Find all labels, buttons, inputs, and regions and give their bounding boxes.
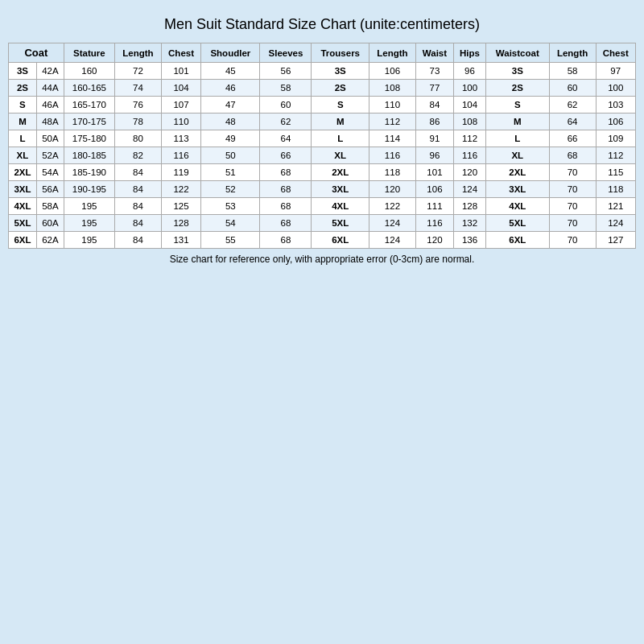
row-8-waistcoat-size: 4XL: [485, 198, 549, 215]
row-6-coat-length: 84: [114, 164, 161, 181]
row-5-waistcoat-size: XL: [485, 147, 549, 164]
stature-header: Stature: [64, 43, 114, 63]
row-10-w-chest: 127: [596, 232, 635, 249]
row-2-coat-length: 76: [114, 97, 161, 114]
row-1-trousers-length: 108: [369, 80, 416, 97]
waistcoat-header: Waistcoat: [485, 43, 549, 63]
row-5-trousers-length: 116: [369, 147, 416, 164]
row-5-w-chest: 112: [596, 147, 635, 164]
row-3-hips: 108: [453, 114, 485, 130]
row-4-shoulder: 49: [201, 130, 260, 147]
row-1-stature: 160-165: [64, 80, 114, 97]
row-4-trousers-length: 114: [369, 130, 416, 147]
hips-header: Hips: [453, 43, 485, 63]
row-9-coat-length: 84: [114, 215, 161, 232]
row-6-sleeves: 68: [260, 164, 312, 181]
row-3-sleeves: 62: [260, 114, 312, 130]
row-9-waistcoat-size: 5XL: [485, 215, 549, 232]
row-6-stature: 185-190: [64, 164, 114, 181]
row-9-w-length: 70: [549, 215, 596, 232]
row-5-coat-size: XL: [9, 147, 37, 164]
row-1-coat-length: 74: [114, 80, 161, 97]
row-4-coat-length: 80: [114, 130, 161, 147]
row-9-coat-chest: 128: [161, 215, 200, 232]
row-9-trousers-length: 124: [369, 215, 416, 232]
row-8-shoulder: 53: [201, 198, 260, 215]
row-0-waist: 73: [415, 63, 453, 80]
row-10-hips: 136: [453, 232, 485, 249]
footer-note: Size chart for reference only, with appr…: [170, 254, 475, 265]
row-6-coat-size: 2XL: [9, 164, 37, 181]
row-4-sleeves: 64: [260, 130, 312, 147]
row-8-coat-chest: 125: [161, 198, 200, 215]
row-10-coat-chest: 131: [161, 232, 200, 249]
row-10-waistcoat-size: 6XL: [485, 232, 549, 249]
row-7-trousers-length: 120: [369, 181, 416, 198]
row-0-coat-length: 72: [114, 63, 161, 80]
row-6-trousers-size: 2XL: [312, 164, 369, 181]
row-10-coat-code: 62A: [36, 232, 64, 249]
row-6-waistcoat-size: 2XL: [485, 164, 549, 181]
row-2-w-chest: 103: [596, 97, 635, 114]
row-9-hips: 132: [453, 215, 485, 232]
row-4-coat-code: 50A: [36, 130, 64, 147]
table-wrapper: Coat Stature Length Chest Shoudler Sleev…: [8, 43, 636, 249]
row-5-coat-chest: 116: [161, 147, 200, 164]
row-8-coat-code: 58A: [36, 198, 64, 215]
row-7-waist: 106: [415, 181, 453, 198]
row-1-trousers-size: 2S: [312, 80, 369, 97]
row-7-w-chest: 118: [596, 181, 635, 198]
row-10-coat-size: 6XL: [9, 232, 37, 249]
row-6-coat-chest: 119: [161, 164, 200, 181]
row-1-w-chest: 100: [596, 80, 635, 97]
row-1-shoulder: 46: [201, 80, 260, 97]
row-7-sleeves: 68: [260, 181, 312, 198]
row-2-trousers-length: 110: [369, 97, 416, 114]
row-9-shoulder: 54: [201, 215, 260, 232]
w-chest-header: Chest: [596, 43, 635, 63]
row-2-waist: 84: [415, 97, 453, 114]
row-7-w-length: 70: [549, 181, 596, 198]
row-10-shoulder: 55: [201, 232, 260, 249]
row-9-trousers-size: 5XL: [312, 215, 369, 232]
row-2-coat-size: S: [9, 97, 37, 114]
row-0-stature: 160: [64, 63, 114, 80]
row-5-hips: 116: [453, 147, 485, 164]
row-1-coat-code: 44A: [36, 80, 64, 97]
row-6-shoulder: 51: [201, 164, 260, 181]
row-3-coat-chest: 110: [161, 114, 200, 130]
row-1-w-length: 60: [549, 80, 596, 97]
row-8-waist: 111: [415, 198, 453, 215]
row-7-stature: 190-195: [64, 181, 114, 198]
row-8-hips: 128: [453, 198, 485, 215]
row-0-w-length: 58: [549, 63, 596, 80]
row-7-trousers-size: 3XL: [312, 181, 369, 198]
row-0-trousers-size: 3S: [312, 63, 369, 80]
row-8-trousers-length: 122: [369, 198, 416, 215]
row-4-waistcoat-size: L: [485, 130, 549, 147]
row-9-coat-code: 60A: [36, 215, 64, 232]
row-3-waist: 86: [415, 114, 453, 130]
row-6-coat-code: 54A: [36, 164, 64, 181]
row-6-hips: 120: [453, 164, 485, 181]
row-4-waist: 91: [415, 130, 453, 147]
row-5-shoulder: 50: [201, 147, 260, 164]
row-10-stature: 195: [64, 232, 114, 249]
row-6-w-length: 70: [549, 164, 596, 181]
row-7-waistcoat-size: 3XL: [485, 181, 549, 198]
row-3-waistcoat-size: M: [485, 114, 549, 130]
row-0-coat-chest: 101: [161, 63, 200, 80]
row-5-waist: 96: [415, 147, 453, 164]
row-5-trousers-size: XL: [312, 147, 369, 164]
row-3-stature: 170-175: [64, 114, 114, 130]
row-1-waistcoat-size: 2S: [485, 80, 549, 97]
row-0-shoulder: 45: [201, 63, 260, 80]
row-9-sleeves: 68: [260, 215, 312, 232]
row-7-hips: 124: [453, 181, 485, 198]
length-header: Length: [114, 43, 161, 63]
row-8-w-length: 70: [549, 198, 596, 215]
row-8-w-chest: 121: [596, 198, 635, 215]
row-2-sleeves: 60: [260, 97, 312, 114]
row-6-trousers-length: 118: [369, 164, 416, 181]
row-3-shoulder: 48: [201, 114, 260, 130]
